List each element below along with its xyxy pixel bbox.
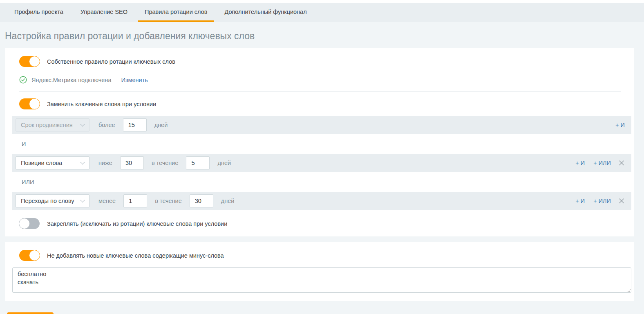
toggle-knob — [29, 250, 40, 261]
metric-select[interactable]: Срок продвижения — [16, 118, 89, 131]
divider — [19, 91, 621, 92]
metric-select-value: Срок продвижения — [21, 122, 73, 128]
chevron-down-icon — [80, 122, 85, 126]
metrika-status-row: Яндекс.Метрика подключена Изменить — [19, 76, 631, 84]
condition-row-word-clicks: Переходы по слову менее в течение дней +… — [12, 192, 631, 210]
duration-input[interactable] — [186, 156, 210, 169]
chevron-down-icon — [80, 160, 85, 164]
minus-words-card: Не добавлять новые ключевые слова содерж… — [5, 242, 634, 301]
tab-seo-management[interactable]: Управление SEO — [74, 3, 134, 22]
rotation-rules-card: Собственное правило ротации ключевых сло… — [5, 48, 634, 236]
value-input[interactable] — [120, 156, 144, 169]
duration-input[interactable] — [190, 194, 213, 207]
unit-label: дней — [217, 160, 231, 166]
condition-row-promotion-period: Срок продвижения более дней + И — [12, 116, 631, 134]
comparator-label: менее — [98, 198, 116, 204]
duration-label: в течение — [155, 198, 182, 204]
add-or-condition-link[interactable]: + ИЛИ — [593, 160, 611, 166]
row-actions: + И + ИЛИ — [567, 198, 625, 204]
minus-words-toggle[interactable] — [19, 250, 40, 261]
minus-words-textarea[interactable]: бесплатно скачать — [12, 267, 631, 293]
own-rule-toggle-row: Собственное правило ротации ключевых сло… — [19, 56, 631, 67]
metric-select-value: Позиции слова — [21, 160, 62, 166]
condition-row-word-positions: Позиции слова ниже в течение дней + И + … — [12, 154, 631, 172]
toggle-knob — [19, 218, 30, 229]
chevron-down-icon — [80, 198, 85, 202]
toggle-knob — [29, 98, 40, 109]
replace-toggle-label: Заменить ключевые слова при условии — [47, 101, 156, 107]
tab-word-rotation-rules[interactable]: Правила ротации слов — [138, 3, 214, 22]
pin-toggle-row: Закреплять (исключать из ротации) ключев… — [19, 218, 631, 229]
value-input[interactable] — [123, 194, 147, 207]
tab-project-profile[interactable]: Профиль проекта — [7, 3, 70, 22]
top-strip — [0, 0, 644, 3]
toggle-knob — [29, 56, 40, 67]
replace-words-toggle[interactable] — [19, 98, 40, 109]
duration-label: в течение — [152, 160, 179, 166]
add-and-condition-link[interactable]: + И — [575, 160, 585, 166]
row-actions: + И + ИЛИ — [567, 160, 625, 166]
metric-select[interactable]: Переходы по слову — [16, 194, 89, 207]
comparator-label: более — [98, 122, 115, 128]
minus-words-toggle-row: Не добавлять новые ключевые слова содерж… — [19, 250, 631, 261]
unit-label: дней — [221, 198, 235, 204]
unit-label: дней — [154, 122, 168, 128]
value-input[interactable] — [123, 118, 147, 131]
metric-select[interactable]: Позиции слова — [16, 156, 89, 169]
metric-select-value: Переходы по слову — [21, 198, 74, 204]
own-rule-toggle[interactable] — [19, 56, 40, 67]
pin-words-toggle[interactable] — [19, 218, 40, 229]
add-or-condition-link[interactable]: + ИЛИ — [593, 198, 611, 204]
row-actions: + И — [607, 122, 625, 128]
tab-bar: Профиль проекта Управление SEO Правила р… — [0, 3, 644, 22]
tab-additional-functionality[interactable]: Дополнительный функционал — [217, 3, 313, 22]
minus-words-toggle-label: Не добавлять новые ключевые слова содерж… — [47, 252, 224, 259]
page-title: Настройка правил ротации и добавления кл… — [5, 31, 634, 42]
remove-condition-icon[interactable] — [618, 198, 625, 204]
save-button[interactable]: Сохранить — [7, 312, 54, 314]
check-circle-icon — [19, 76, 27, 84]
comparator-label: ниже — [98, 160, 112, 166]
pin-toggle-label: Закреплять (исключать из ротации) ключев… — [47, 220, 227, 227]
metrika-change-link[interactable]: Изменить — [121, 77, 148, 83]
replace-toggle-row: Заменить ключевые слова при условии — [19, 98, 631, 109]
connector-label-or: ИЛИ — [22, 179, 631, 185]
remove-condition-icon[interactable] — [618, 160, 625, 166]
connector-label-and: И — [22, 141, 631, 147]
add-and-condition-link[interactable]: + И — [575, 198, 585, 204]
own-rule-toggle-label: Собственное правило ротации ключевых сло… — [47, 58, 175, 65]
add-and-condition-link[interactable]: + И — [615, 122, 625, 128]
metrika-status-text: Яндекс.Метрика подключена — [31, 77, 111, 83]
